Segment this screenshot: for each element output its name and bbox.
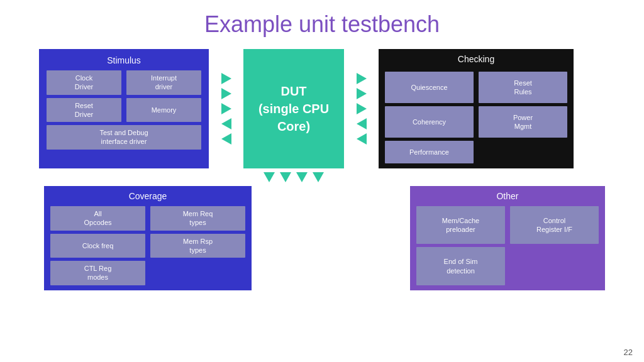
arrow-right-5 (357, 88, 367, 99)
other-memcache: Mem/Cachepreloader (416, 206, 505, 244)
spacer-left (39, 172, 243, 182)
dut-box: DUT(single CPUCore) (243, 49, 344, 168)
coverage-mem-req: Mem Reqtypes (150, 206, 245, 231)
arrow-left-3 (357, 118, 367, 129)
down-arrows-wrapper (39, 172, 605, 182)
stimulus-box: Stimulus ClockDriver Interruptdriver Res… (39, 49, 209, 168)
other-end-of-sim: End of Simdetection (416, 247, 505, 285)
spacer-right (344, 172, 605, 182)
bottom-mid-spacer (257, 186, 405, 290)
arrow-right-2 (221, 88, 231, 99)
checking-quiescence: Quiescence (385, 72, 474, 103)
coverage-grid: AllOpcodes Mem Reqtypes Clock freq Mem R… (50, 206, 245, 285)
checking-label: Checking (385, 54, 567, 64)
coverage-clock-freq: Clock freq (50, 234, 145, 258)
slide-title: Example unit testbench (25, 11, 619, 38)
bottom-row: Coverage AllOpcodes Mem Reqtypes Clock f… (39, 186, 605, 290)
checking-box: Checking Quiescence ResetRules Coherency… (379, 49, 574, 168)
coverage-all-opcodes: AllOpcodes (50, 206, 145, 231)
stimulus-item-memory: Memory (126, 98, 201, 123)
arrow-right-3 (221, 103, 231, 114)
arrow-right-4 (357, 73, 367, 84)
checking-grid: Quiescence ResetRules Coherency PowerMgm… (385, 72, 567, 163)
coverage-label: Coverage (50, 191, 245, 201)
arrow-left-2 (221, 133, 231, 145)
coverage-ctl-reg: CTL Regmodes (50, 261, 145, 285)
arrow-left-1 (221, 118, 231, 129)
checking-powermgmt: PowerMgmt (479, 106, 567, 138)
dut-label: DUT(single CPUCore) (258, 82, 329, 135)
checking-coherency: Coherency (385, 106, 474, 138)
other-control-reg: ControlRegister I/F (510, 206, 599, 244)
stimulus-item-reset: ResetDriver (47, 98, 121, 123)
coverage-box: Coverage AllOpcodes Mem Reqtypes Clock f… (44, 186, 252, 290)
stimulus-label: Stimulus (47, 55, 201, 65)
top-section: Stimulus ClockDriver Interruptdriver Res… (39, 49, 605, 168)
other-label: Other (416, 191, 599, 201)
arrow-down-4 (313, 172, 324, 182)
arrow-down-1 (264, 172, 275, 182)
arrow-down-2 (280, 172, 291, 182)
checking-performance: Performance (385, 141, 474, 163)
coverage-mem-rsp: Mem Rsptypes (150, 234, 245, 258)
diagram: Stimulus ClockDriver Interruptdriver Res… (39, 49, 605, 290)
arrows-stimulus-to-dut (209, 49, 243, 168)
arrow-left-4 (357, 133, 367, 145)
checking-resetrules: ResetRules (479, 72, 567, 103)
stimulus-item-clock: ClockDriver (47, 70, 121, 95)
stimulus-grid: ClockDriver Interruptdriver ResetDriver … (47, 70, 201, 150)
arrow-down-3 (296, 172, 308, 182)
other-grid: Mem/Cachepreloader ControlRegister I/F E… (416, 206, 599, 285)
stimulus-item-testdebug: Test and Debuginterface driver (47, 125, 201, 150)
arrows-dut-to-checking (344, 49, 379, 168)
arrow-right-1 (221, 73, 231, 84)
page-number: 22 (624, 348, 633, 357)
other-box: Other Mem/Cachepreloader ControlRegister… (410, 186, 605, 290)
stimulus-item-interrupt: Interruptdriver (126, 70, 201, 95)
down-arrows (243, 172, 344, 182)
slide: Example unit testbench Stimulus ClockDri… (0, 0, 644, 362)
arrow-right-6 (357, 103, 367, 114)
